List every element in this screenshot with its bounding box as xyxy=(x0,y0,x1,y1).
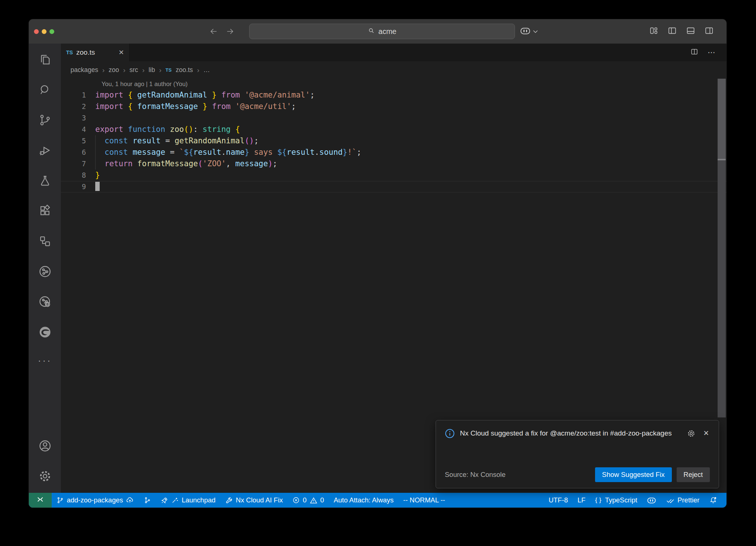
line-content: const message = `${result.name} says ${r… xyxy=(86,147,361,158)
line-number: 4 xyxy=(61,124,86,135)
vscode-window: acme xyxy=(29,19,726,508)
reject-button[interactable]: Reject xyxy=(677,467,710,482)
line-number: 7 xyxy=(61,158,86,170)
eol-item[interactable]: LF xyxy=(573,493,591,508)
notification-close-icon[interactable]: ✕ xyxy=(703,429,709,437)
breadcrumb-separator: › xyxy=(197,66,199,74)
editor-more-actions-icon[interactable]: ⋯ xyxy=(708,48,716,57)
command-center-search[interactable]: acme xyxy=(249,24,515,39)
remote-indicator[interactable] xyxy=(29,493,52,508)
typescript-file-icon: TS xyxy=(165,67,172,73)
code-line[interactable]: 9 xyxy=(61,181,726,192)
git-blame-annotation[interactable]: You, 1 hour ago | 1 author (You) xyxy=(61,79,726,89)
close-window-button[interactable] xyxy=(34,29,39,34)
problems-item[interactable]: 0 0 xyxy=(288,493,329,508)
encoding-item[interactable]: UTF-8 xyxy=(544,493,573,508)
code-line[interactable]: 6 const message = `${result.name} says $… xyxy=(61,147,726,158)
git-branch-item[interactable]: add-zoo-packages xyxy=(52,493,139,508)
rocket-icon xyxy=(161,496,168,504)
code-line[interactable]: 3 xyxy=(61,112,726,124)
text-cursor xyxy=(95,182,100,191)
warnings-count: 0 xyxy=(320,496,324,504)
copilot-status-item[interactable] xyxy=(642,493,661,508)
line-number: 3 xyxy=(61,112,86,124)
breadcrumb-separator: › xyxy=(159,66,161,74)
explorer-icon[interactable] xyxy=(29,44,61,75)
toggle-primary-sidebar-icon[interactable] xyxy=(667,26,677,37)
tab-close-icon[interactable]: ✕ xyxy=(118,48,124,57)
git-graph-icon xyxy=(144,496,151,504)
errors-icon xyxy=(292,496,300,504)
editor-scrollbar[interactable] xyxy=(718,79,726,159)
code-lines: 1import { getRandomAnimal } from '@acme/… xyxy=(61,89,726,192)
breadcrumb-file[interactable]: zoo.ts xyxy=(176,66,193,74)
copilot-menu-button[interactable] xyxy=(520,19,538,44)
search-icon xyxy=(368,27,375,36)
breadcrumb-item[interactable]: zoo xyxy=(109,66,119,74)
launchpad-item[interactable]: Launchpad xyxy=(156,493,220,508)
split-editor-icon[interactable] xyxy=(690,47,699,58)
nx-cloud-ai-fix-item[interactable]: Nx Cloud AI Fix xyxy=(220,493,288,508)
code-line[interactable]: 2import { formatMessage } from '@acme/ut… xyxy=(61,101,726,112)
copilot-icon xyxy=(520,26,531,37)
notifications-bell-item[interactable] xyxy=(704,493,722,508)
accounts-icon[interactable] xyxy=(29,431,61,461)
code-line[interactable]: 4export function zoo(): string { xyxy=(61,124,726,135)
additional-views-icon[interactable]: ··· xyxy=(29,347,61,374)
code-line[interactable]: 1import { getRandomAnimal } from '@acme/… xyxy=(61,89,726,101)
testing-icon[interactable] xyxy=(29,165,61,196)
wand-icon xyxy=(171,496,179,504)
line-content: } xyxy=(86,170,100,181)
run-and-debug-icon[interactable] xyxy=(29,135,61,165)
warnings-icon xyxy=(310,496,317,504)
auto-attach-item[interactable]: Auto Attach: Always xyxy=(329,493,398,508)
notification-toast: Nx Cloud suggested a fix for @acme/zoo:t… xyxy=(436,420,719,488)
nx-cloud-icon[interactable] xyxy=(29,287,61,317)
toggle-secondary-sidebar-icon[interactable] xyxy=(704,26,714,37)
customize-layout-icon[interactable] xyxy=(649,26,659,37)
copilot-icon xyxy=(647,496,656,504)
go-forward-icon[interactable] xyxy=(225,27,235,36)
zoom-window-button[interactable] xyxy=(49,29,54,34)
notification-settings-gear-icon[interactable] xyxy=(687,429,696,440)
extensions-icon[interactable] xyxy=(29,196,61,226)
auto-attach-label: Auto Attach: Always xyxy=(334,496,394,504)
go-back-icon[interactable] xyxy=(209,27,219,36)
breadcrumb-item[interactable]: packages xyxy=(71,66,98,74)
typescript-file-icon: TS xyxy=(66,50,73,55)
branch-label: add-zoo-packages xyxy=(67,496,123,504)
project-structure-icon[interactable] xyxy=(29,226,61,256)
breadcrumb-separator: › xyxy=(142,66,144,74)
line-number: 1 xyxy=(61,89,86,101)
tab-zoo-ts[interactable]: TS zoo.ts ✕ xyxy=(61,44,130,61)
language-label: TypeScript xyxy=(605,496,637,504)
source-control-icon[interactable] xyxy=(29,105,61,135)
code-line[interactable]: 7 return formatMessage('ZOO', message); xyxy=(61,158,726,170)
git-graph-item[interactable] xyxy=(139,493,156,508)
toggle-panel-icon[interactable] xyxy=(686,26,695,37)
line-number: 2 xyxy=(61,101,86,112)
prettier-item[interactable]: Prettier xyxy=(661,493,704,508)
title-bar: acme xyxy=(29,19,726,44)
editor-scrollbar-track[interactable] xyxy=(718,160,726,417)
settings-gear-icon[interactable] xyxy=(29,461,61,491)
language-mode-item[interactable]: { } TypeScript xyxy=(590,493,642,508)
nx-console-icon[interactable] xyxy=(29,256,61,287)
vim-mode-item[interactable]: -- NORMAL -- xyxy=(398,493,450,508)
show-suggested-fix-button[interactable]: Show Suggested Fix xyxy=(595,467,672,482)
search-view-icon[interactable] xyxy=(29,75,61,105)
breadcrumb-item[interactable]: src xyxy=(130,66,138,74)
minimize-window-button[interactable] xyxy=(42,29,47,34)
vim-mode-label: -- NORMAL -- xyxy=(403,496,445,504)
info-icon xyxy=(445,428,455,440)
code-line[interactable]: 5 const result = getRandomAnimal(); xyxy=(61,135,726,147)
nx-cloud-ai-fix-label: Nx Cloud AI Fix xyxy=(236,496,283,504)
breadcrumb-overflow[interactable]: … xyxy=(203,66,210,74)
status-bar: add-zoo-packages Launchpad Nx Cloud AI F… xyxy=(29,493,726,508)
screen-background: acme xyxy=(0,0,756,546)
code-line[interactable]: 8} xyxy=(61,170,726,181)
prettier-label: Prettier xyxy=(677,496,700,504)
eol-label: LF xyxy=(578,496,586,504)
breadcrumb-item[interactable]: lib xyxy=(148,66,155,74)
edge-browser-icon[interactable] xyxy=(29,317,61,347)
